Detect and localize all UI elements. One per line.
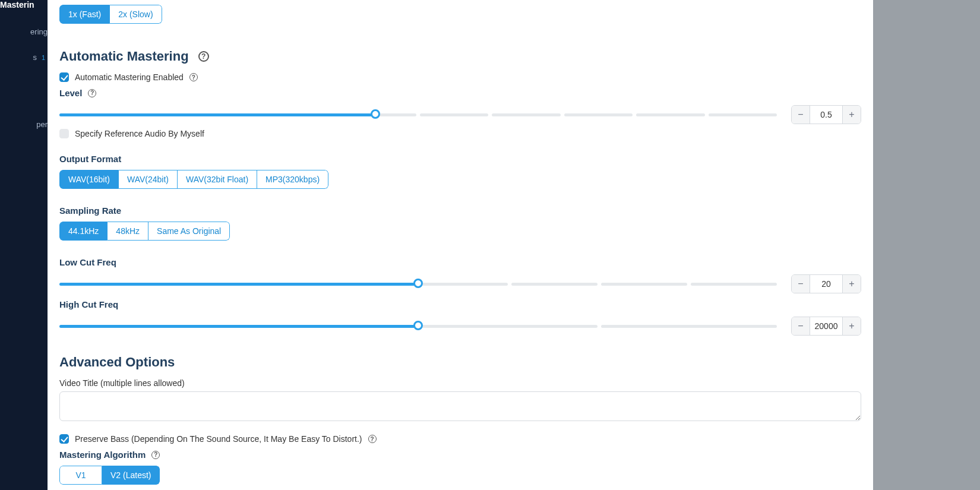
format-wav24[interactable]: WAV(24bit)	[119, 170, 178, 189]
slider-handle[interactable]	[371, 109, 380, 119]
auto-mastering-checkbox[interactable]	[59, 72, 69, 82]
speed-option-2x[interactable]: 2x (Slow)	[110, 5, 162, 24]
main-panel: 1x (Fast) 2x (Slow) Automatic Mastering …	[48, 0, 873, 490]
specify-reference-checkbox[interactable]	[59, 129, 69, 138]
label-text: High Cut Freq	[59, 299, 118, 309]
checkbox-label: Specify Reference Audio By Myself	[75, 129, 204, 138]
section-heading-mastering: Automatic Mastering ?	[59, 49, 861, 64]
preserve-bass-row: Preserve Bass (Depending On The Sound So…	[59, 434, 861, 444]
increment-button[interactable]: +	[843, 106, 861, 124]
output-format-selector: WAV(16bit) WAV(24bit) WAV(32bit Float) M…	[59, 170, 328, 189]
speed-selector: 1x (Fast) 2x (Slow)	[59, 5, 162, 24]
level-slider[interactable]	[59, 110, 777, 119]
low-cut-input[interactable]	[810, 275, 843, 293]
high-cut-input[interactable]	[810, 317, 843, 335]
checkbox-label: Preserve Bass (Depending On The Sound So…	[75, 434, 362, 444]
rate-44khz[interactable]: 44.1kHz	[59, 222, 108, 241]
algo-selector: V1 V2 (Latest)	[59, 466, 160, 485]
algo-v2[interactable]: V2 (Latest)	[102, 466, 160, 485]
help-icon[interactable]: ?	[88, 89, 96, 97]
sidebar-item[interactable]: per	[0, 112, 48, 137]
slider-handle[interactable]	[413, 321, 423, 330]
low-cut-slider[interactable]	[59, 280, 777, 288]
sampling-rate-label: Sampling Rate	[59, 206, 861, 216]
sidebar-item-label: ering	[30, 27, 48, 36]
high-cut-label: High Cut Freq	[59, 299, 861, 309]
sidebar-item[interactable]	[0, 70, 48, 87]
rate-original[interactable]: Same As Original	[148, 222, 230, 241]
checkbox-label: Automatic Mastering Enabled	[75, 72, 184, 82]
rate-48khz[interactable]: 48kHz	[108, 222, 148, 241]
heading-text: Automatic Mastering	[59, 49, 189, 64]
label-text: Low Cut Freq	[59, 257, 116, 267]
increment-button[interactable]: +	[843, 275, 861, 293]
decrement-button[interactable]: −	[792, 106, 810, 124]
auto-mastering-enabled-row: Automatic Mastering Enabled ?	[59, 72, 861, 82]
sidebar-badge: 1	[39, 54, 48, 61]
label-text: Level	[59, 88, 82, 98]
specify-reference-row: Specify Reference Audio By Myself	[59, 129, 861, 138]
sidebar: Masterin ering s1 per	[0, 0, 48, 490]
sampling-rate-selector: 44.1kHz 48kHz Same As Original	[59, 222, 230, 241]
format-wav16[interactable]: WAV(16bit)	[59, 170, 119, 189]
label-text: Mastering Algorithm	[59, 450, 146, 460]
level-input[interactable]	[810, 106, 843, 124]
sidebar-header: Masterin	[0, 0, 48, 19]
help-icon[interactable]: ?	[368, 435, 377, 443]
video-title-input[interactable]	[59, 391, 861, 421]
sidebar-item-label: s	[33, 53, 37, 62]
label-text: Output Format	[59, 154, 121, 164]
format-wav32f[interactable]: WAV(32bit Float)	[178, 170, 257, 189]
help-icon[interactable]: ?	[198, 51, 209, 62]
label-text: Sampling Rate	[59, 206, 121, 216]
slider-handle[interactable]	[413, 279, 423, 288]
algo-v1[interactable]: V1	[59, 466, 102, 485]
low-cut-label: Low Cut Freq	[59, 257, 861, 267]
help-icon[interactable]: ?	[151, 451, 160, 459]
level-label: Level ?	[59, 88, 861, 98]
low-cut-row: − +	[59, 274, 861, 293]
high-cut-row: − +	[59, 317, 861, 336]
help-icon[interactable]: ?	[189, 73, 198, 81]
sidebar-item-label: per	[36, 120, 48, 129]
high-cut-stepper: − +	[791, 317, 861, 336]
decrement-button[interactable]: −	[792, 317, 810, 335]
format-mp3[interactable]: MP3(320kbps)	[257, 170, 328, 189]
section-heading-advanced: Advanced Options	[59, 355, 861, 370]
increment-button[interactable]: +	[843, 317, 861, 335]
sidebar-item[interactable]: s1	[0, 45, 48, 70]
heading-text: Advanced Options	[59, 355, 175, 370]
high-cut-slider[interactable]	[59, 322, 777, 330]
level-row: − +	[59, 105, 861, 124]
sidebar-item[interactable]: ering	[0, 19, 48, 45]
algo-label: Mastering Algorithm ?	[59, 450, 861, 460]
video-title-label: Video Title (multiple lines allowed)	[59, 378, 861, 388]
decrement-button[interactable]: −	[792, 275, 810, 293]
preserve-bass-checkbox[interactable]	[59, 434, 69, 444]
output-format-label: Output Format	[59, 154, 861, 164]
speed-option-1x[interactable]: 1x (Fast)	[59, 5, 110, 24]
level-stepper: − +	[791, 105, 861, 124]
low-cut-stepper: − +	[791, 274, 861, 293]
